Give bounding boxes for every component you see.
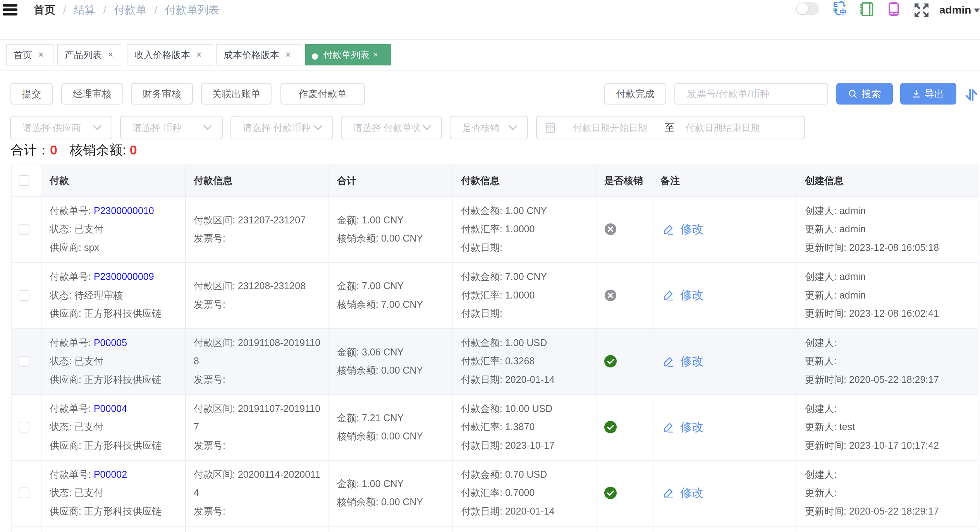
svg-text:E: E: [833, 0, 838, 9]
svg-text:中: 中: [840, 8, 847, 15]
